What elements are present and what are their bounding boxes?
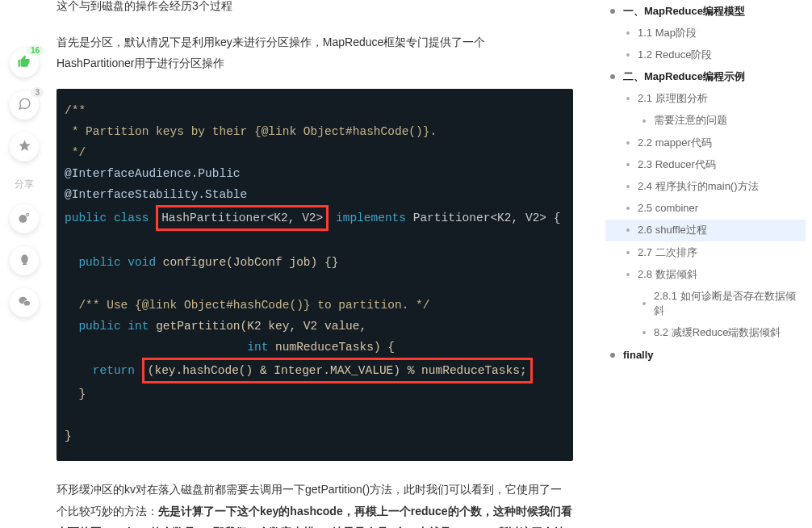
- toc-bullet-icon: [610, 9, 615, 14]
- like-button[interactable]: 16: [10, 48, 39, 78]
- toc-item[interactable]: 2.2 mapper代码: [605, 132, 806, 153]
- toc-link[interactable]: 2.2 mapper代码: [638, 136, 712, 150]
- svg-point-1: [26, 213, 28, 216]
- toc-item[interactable]: 2.6 shuffle过程: [605, 220, 806, 241]
- star-icon: [18, 139, 31, 156]
- toc-link[interactable]: 二、MapReduce编程示例: [623, 69, 745, 84]
- comment-button[interactable]: 3: [10, 90, 39, 119]
- comment-icon: [18, 97, 31, 114]
- comment-count-badge: 3: [31, 87, 44, 98]
- like-count-badge: 16: [27, 45, 44, 56]
- toc-link[interactable]: 2.7 二次排序: [638, 245, 697, 260]
- action-bar: 16 3 分享: [8, 48, 40, 317]
- wechat-icon: [18, 295, 31, 312]
- toc-item[interactable]: 2.8 数据倾斜: [605, 263, 806, 285]
- favorite-button[interactable]: [10, 132, 39, 161]
- toc-link[interactable]: 8.2 减缓Reduce端数据倾斜: [654, 325, 781, 340]
- svg-point-2: [27, 212, 28, 213]
- svg-point-4: [22, 263, 27, 265]
- toc-bullet-icon: [610, 353, 615, 358]
- thumbs-up-icon: [17, 54, 31, 72]
- toc-item[interactable]: 2.7 二次排序: [605, 241, 806, 263]
- toc-bullet-icon: [610, 74, 615, 79]
- toc-bullet-icon: [626, 31, 630, 35]
- toc-link[interactable]: 2.5 combiner: [638, 201, 698, 216]
- code-block: /** * Partition keys by their {@link Obj…: [57, 89, 573, 462]
- toc-bullet-icon: [626, 97, 630, 100]
- toc-item[interactable]: 1.1 Map阶段: [605, 22, 806, 44]
- toc-item[interactable]: 需要注意的问题: [605, 110, 806, 132]
- toc-bullet-icon: [642, 331, 646, 334]
- toc-link[interactable]: finally: [623, 348, 654, 362]
- share-weibo-button[interactable]: [10, 204, 39, 233]
- paragraph-truncated: 这个与到磁盘的操作会经历3个过程: [57, 0, 573, 17]
- share-wechat-button[interactable]: [10, 288, 39, 317]
- toc-item[interactable]: 二、MapReduce编程示例: [605, 66, 806, 88]
- paragraph-explain: 环形缓冲区的kv对在落入磁盘前都需要去调用一下getPartition()方法，…: [57, 479, 573, 528]
- highlight-class-decl: HashPartitioner<K2, V2>: [156, 205, 329, 231]
- toc-item[interactable]: 2.8.1 如何诊断是否存在数据倾斜: [605, 285, 806, 321]
- svg-point-7: [23, 300, 29, 305]
- toc-bullet-icon: [626, 53, 630, 57]
- toc-bullet-icon: [626, 251, 630, 254]
- toc-bullet-icon: [626, 185, 630, 188]
- toc-link[interactable]: 2.8.1 如何诊断是否存在数据倾斜: [654, 289, 806, 318]
- toc-item[interactable]: 2.3 Reducer代码: [605, 153, 806, 175]
- share-label: 分享: [15, 178, 34, 191]
- toc-bullet-icon: [626, 207, 630, 210]
- qq-icon: [18, 253, 31, 270]
- article-main: 这个与到磁盘的操作会经历3个过程 首先是分区，默认情况下是利用key来进行分区操…: [0, 0, 597, 528]
- toc-link[interactable]: 2.4 程序执行的main()方法: [638, 179, 759, 194]
- toc-item[interactable]: 2.1 原理图分析: [605, 88, 806, 110]
- toc-sidebar: 一、MapReduce编程模型1.1 Map阶段1.2 Reduce阶段二、Ma…: [602, 0, 812, 528]
- svg-point-0: [19, 214, 27, 222]
- toc-link[interactable]: 2.8 数据倾斜: [638, 267, 697, 282]
- toc-link[interactable]: 2.6 shuffle过程: [638, 223, 707, 237]
- paragraph-intro: 首先是分区，默认情况下是利用key来进行分区操作，MapReduce框架专门提供…: [57, 31, 573, 74]
- toc-link[interactable]: 1.1 Map阶段: [638, 26, 697, 40]
- toc-link[interactable]: 2.3 Reducer代码: [638, 157, 716, 172]
- toc-item[interactable]: 2.4 程序执行的main()方法: [605, 176, 806, 198]
- weibo-icon: [18, 211, 31, 228]
- toc-item[interactable]: 一、MapReduce编程模型: [605, 0, 806, 22]
- toc-bullet-icon: [626, 273, 630, 276]
- highlight-return-expr: (key.hashCode() & Integer.MAX_VALUE) % n…: [142, 358, 533, 383]
- svg-point-3: [21, 254, 28, 263]
- toc-bullet-icon: [626, 163, 630, 166]
- toc-link[interactable]: 2.1 原理图分析: [638, 91, 708, 106]
- toc-link[interactable]: 1.2 Reduce阶段: [638, 48, 713, 62]
- toc-bullet-icon: [626, 228, 630, 232]
- toc-item[interactable]: 8.2 减缓Reduce端数据倾斜: [605, 322, 806, 344]
- toc-bullet-icon: [626, 141, 630, 145]
- toc-bullet-icon: [642, 302, 646, 305]
- toc-item[interactable]: finally: [605, 344, 806, 366]
- toc-link[interactable]: 需要注意的问题: [654, 113, 727, 128]
- toc-link[interactable]: 一、MapReduce编程模型: [623, 4, 745, 19]
- toc-item[interactable]: 1.2 Reduce阶段: [605, 44, 806, 65]
- toc-list: 一、MapReduce编程模型1.1 Map阶段1.2 Reduce阶段二、Ma…: [605, 0, 806, 366]
- toc-bullet-icon: [642, 119, 646, 123]
- share-qq-button[interactable]: [10, 246, 39, 275]
- toc-item[interactable]: 2.5 combiner: [605, 198, 806, 220]
